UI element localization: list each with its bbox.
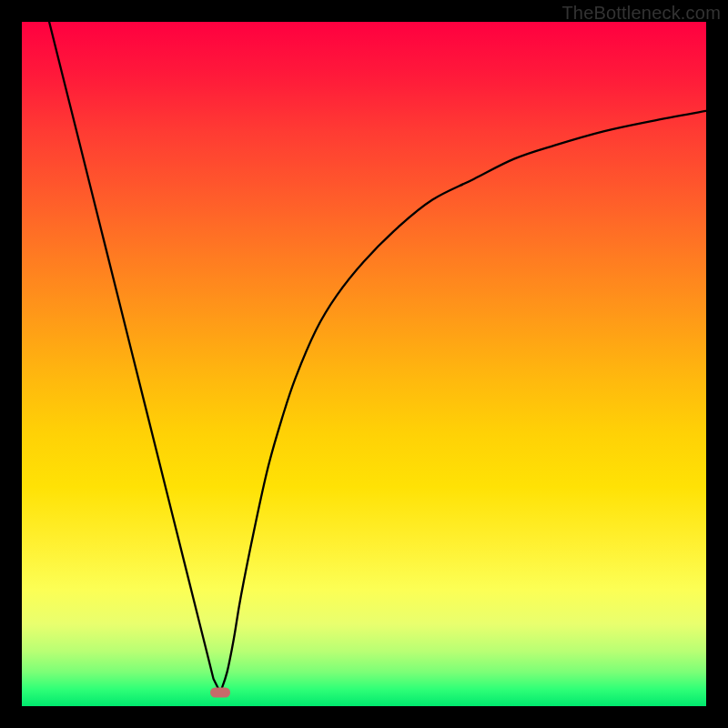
watermark-text: TheBottleneck.com — [561, 3, 721, 24]
chart-frame: TheBottleneck.com — [0, 0, 728, 728]
minimum-marker — [210, 687, 230, 697]
bottleneck-curve — [22, 22, 706, 706]
plot-area — [22, 22, 706, 706]
